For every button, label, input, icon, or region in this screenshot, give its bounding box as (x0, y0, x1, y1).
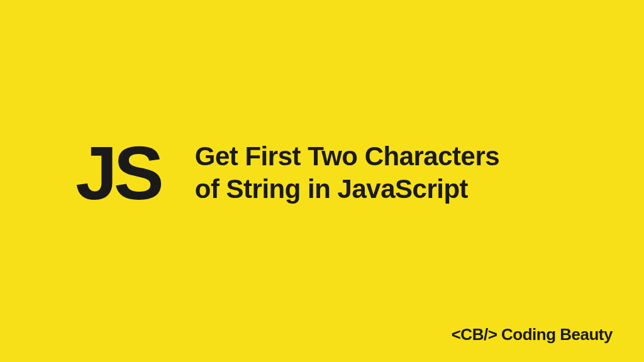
js-logo: JS (75, 135, 160, 211)
title-line-1: Get First Two Characters (195, 140, 499, 173)
main-content: JS Get First Two Characters of String in… (75, 135, 499, 211)
article-title: Get First Two Characters of String in Ja… (195, 140, 499, 206)
title-line-2: of String in JavaScript (195, 173, 499, 206)
site-branding: <CB/> Coding Beauty (452, 325, 613, 344)
